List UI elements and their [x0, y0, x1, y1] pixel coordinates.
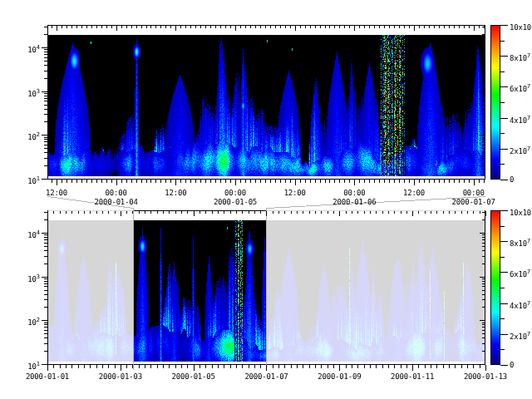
- y-tick-label: 102: [10, 131, 40, 141]
- x-tick-label: 2000-01-03: [86, 372, 155, 381]
- colorbar-tick-label: 0: [510, 361, 514, 369]
- y-tick-label: 104: [10, 229, 40, 239]
- colorbar-tick-label: 10x107: [510, 21, 532, 32]
- x-tick-label: 2000-01-09: [304, 372, 374, 381]
- colorbar-tick-label: 2x107: [510, 145, 530, 155]
- x-tick-label: 2000-01-11: [377, 372, 447, 381]
- colorbar-tick-label: 6x107: [510, 268, 530, 278]
- x-tick-date-label: 2000-01-04: [81, 198, 151, 206]
- y-tick-label: 103: [10, 273, 40, 283]
- colorbar-tick-label: 8x107: [510, 237, 530, 248]
- colorbar-tick-label: 0: [510, 175, 514, 184]
- spectrogram-zoom-tool: 10410310210112:0000:002000-01-0412:0000:…: [0, 0, 532, 399]
- x-tick-label: 2000-01-01: [12, 372, 82, 381]
- x-tick-date-label: 2000-01-07: [439, 198, 509, 206]
- y-tick-label: 103: [10, 87, 40, 98]
- x-tick-label: 00:00: [439, 189, 509, 197]
- y-tick-label: 102: [10, 316, 40, 327]
- x-tick-date-label: 2000-01-06: [319, 198, 389, 206]
- colorbar-tick-label: 8x107: [510, 52, 530, 62]
- x-tick-label: 2000-01-13: [451, 372, 520, 381]
- x-tick-label: 2000-01-07: [231, 372, 301, 381]
- y-tick-label: 101: [10, 175, 40, 185]
- colorbar-tick-label: 2x107: [510, 330, 530, 341]
- colorbar-tick-label: 4x107: [510, 299, 530, 310]
- y-tick-label: 101: [10, 360, 40, 371]
- x-tick-label: 2000-01-05: [159, 372, 229, 381]
- colorbar-tick-label: 4x107: [510, 114, 530, 125]
- colorbar-tick-label: 6x107: [510, 82, 530, 93]
- colorbar-tick-label: 10x107: [510, 206, 532, 217]
- y-tick-label: 104: [10, 43, 40, 54]
- x-tick-date-label: 2000-01-05: [200, 198, 270, 206]
